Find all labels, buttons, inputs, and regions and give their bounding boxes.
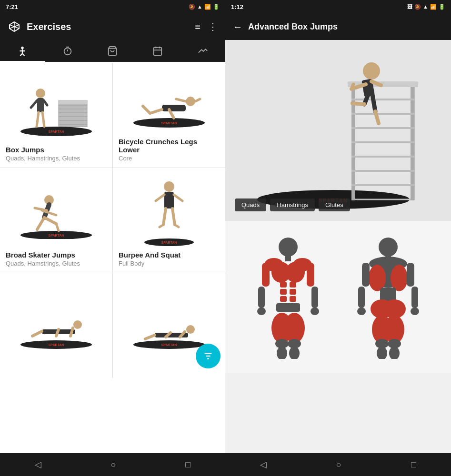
svg-line-58: [172, 208, 175, 225]
burpee-name: Burpee And Squat: [119, 251, 220, 259]
tab-bar: [0, 40, 225, 63]
svg-line-56: [174, 195, 182, 201]
tab-timer[interactable]: [45, 40, 90, 62]
svg-line-8: [22, 54, 25, 56]
svg-rect-135: [407, 263, 414, 287]
svg-text:SPARTAN: SPARTAN: [161, 121, 177, 125]
svg-point-144: [377, 347, 387, 359]
calendar-icon: [152, 46, 163, 56]
svg-line-30: [44, 100, 47, 105]
svg-point-125: [379, 238, 398, 257]
right-panel: 1:12 🖼 🔕 ▲ 📶 🔋 ← Advanced Box Jumps SPAR…: [225, 0, 451, 476]
svg-point-105: [286, 262, 305, 283]
back-nav-button[interactable]: ◁: [23, 456, 53, 474]
more-icon[interactable]: ⋮: [208, 21, 218, 32]
right-status-icons: 🖼 🔕 ▲ 📶 🔋: [407, 4, 445, 10]
exercise-card-6[interactable]: SPARTAN: [113, 273, 225, 378]
box-jumps-image: SPARTAN: [6, 69, 107, 142]
svg-line-32: [42, 112, 44, 127]
tab-chart[interactable]: [180, 40, 225, 62]
chart-icon: [198, 46, 208, 56]
svg-point-27: [36, 89, 45, 98]
svg-rect-38: [162, 105, 186, 111]
advanced-box-jumps-hero: SPARTAN: [248, 47, 429, 214]
svg-rect-101: [285, 256, 291, 261]
svg-rect-114: [307, 263, 314, 287]
detail-title: Advanced Box Jumps: [248, 22, 338, 32]
exercise-card-5[interactable]: SPARTAN: [0, 273, 112, 378]
svg-point-4: [21, 47, 24, 50]
app-header: Exercises ≡ ⋮: [0, 13, 225, 40]
muscle-tag-quads: Quads: [235, 198, 266, 211]
svg-line-60: [175, 225, 179, 227]
svg-rect-110: [280, 296, 287, 302]
filter-fab-button[interactable]: [196, 344, 220, 368]
burpee-illustration: SPARTAN: [140, 175, 198, 246]
back-body-figure: [348, 235, 429, 359]
logo-icon: [9, 21, 20, 32]
skater-name: Broad Skater Jumps: [6, 251, 107, 259]
right-status-bar: 1:12 🖼 🔕 ▲ 📶 🔋: [225, 0, 451, 13]
tab-exercises[interactable]: [0, 40, 45, 62]
svg-line-49: [44, 218, 56, 224]
right-signal-icon: 📶: [430, 4, 437, 10]
svg-rect-116: [311, 287, 318, 308]
wifi-icon: ▲: [197, 4, 202, 10]
front-muscle-svg: [248, 235, 329, 359]
svg-point-120: [284, 313, 305, 343]
exercise-card-box-jumps[interactable]: SPARTAN: [0, 63, 112, 168]
svg-line-36: [176, 99, 186, 101]
home-nav-button[interactable]: ○: [100, 456, 128, 474]
svg-line-59: [160, 225, 163, 227]
svg-rect-20: [59, 100, 87, 104]
exercise-card-skater[interactable]: SPARTAN Broad Sk: [0, 168, 112, 273]
svg-point-123: [277, 347, 287, 359]
svg-line-65: [70, 328, 73, 336]
bicycle-muscles: Core: [119, 155, 220, 162]
svg-point-139: [411, 307, 419, 315]
svg-rect-113: [262, 263, 270, 287]
svg-point-9: [64, 48, 71, 55]
svg-text:SPARTAN: SPARTAN: [49, 234, 64, 237]
svg-line-98: [372, 95, 375, 111]
tab-calendar[interactable]: [135, 40, 180, 62]
right-bottom-nav: ◁ ○ □: [225, 453, 451, 476]
header-icons: ≡ ⋮: [195, 21, 218, 32]
detail-content: SPARTAN: [225, 40, 451, 453]
right-image-icon: 🖼: [407, 4, 412, 10]
svg-line-46: [35, 208, 47, 210]
svg-line-97: [352, 103, 364, 104]
burpee-image: SPARTAN: [119, 174, 220, 247]
exercise-card-burpee[interactable]: SPARTAN: [113, 168, 225, 273]
svg-point-91: [363, 62, 380, 79]
exercise-list: SPARTAN: [0, 63, 225, 453]
right-recent-nav-button[interactable]: □: [400, 456, 428, 474]
tab-cart[interactable]: [90, 40, 135, 62]
right-wifi-icon: ▲: [423, 4, 428, 10]
svg-line-50: [56, 224, 59, 231]
exercise-card-bicycle[interactable]: SPARTAN Bicycle Crunches Legs: [113, 63, 225, 168]
svg-line-94: [351, 84, 353, 89]
svg-rect-115: [258, 287, 265, 308]
left-status-bar: 7:21 🔕 ▲ 📶 🔋: [0, 0, 225, 13]
svg-line-48: [37, 218, 44, 229]
right-back-nav-button[interactable]: ◁: [249, 456, 278, 474]
back-button[interactable]: ←: [233, 21, 242, 32]
svg-rect-54: [164, 192, 174, 208]
skater-image: SPARTAN: [6, 174, 107, 247]
muscle-tag-hamstrings: Hamstrings: [270, 198, 315, 211]
recent-nav-button[interactable]: □: [174, 456, 202, 474]
right-home-nav-button[interactable]: ○: [325, 456, 353, 474]
muscle-tag-glutes: Glutes: [319, 198, 350, 211]
svg-text:SPARTAN: SPARTAN: [49, 343, 64, 347]
svg-rect-137: [411, 287, 418, 308]
exercise5-image: SPARTAN: [6, 279, 107, 372]
timer-icon: [62, 46, 73, 56]
app-title: Exercises: [27, 21, 189, 32]
list-icon[interactable]: ≡: [195, 21, 200, 32]
svg-rect-13: [154, 48, 162, 56]
box-jumps-muscles: Quads, Hamstrings, Glutes: [6, 155, 107, 162]
svg-line-67: [32, 331, 42, 336]
svg-line-55: [156, 195, 164, 201]
svg-point-35: [186, 97, 195, 106]
